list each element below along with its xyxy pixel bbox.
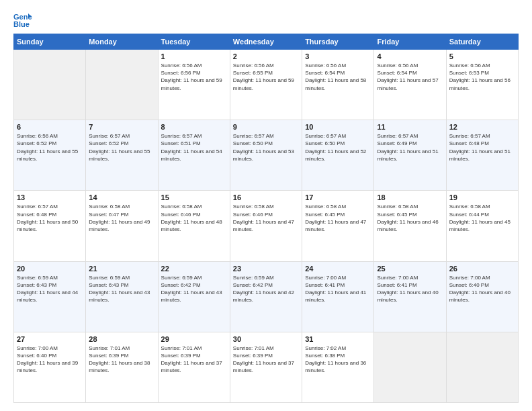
calendar-cell (446, 332, 518, 402)
day-number: 9 (233, 123, 299, 131)
day-info: Sunrise: 6:58 AM Sunset: 6:46 PM Dayligh… (161, 203, 227, 233)
day-info: Sunrise: 6:57 AM Sunset: 6:49 PM Dayligh… (377, 132, 443, 163)
day-number: 31 (305, 335, 371, 343)
calendar-cell: 3Sunrise: 6:56 AM Sunset: 6:54 PM Daylig… (302, 50, 374, 120)
day-number: 2 (233, 52, 299, 60)
day-info: Sunrise: 6:57 AM Sunset: 6:48 PM Dayligh… (449, 132, 515, 163)
day-info: Sunrise: 6:59 AM Sunset: 6:43 PM Dayligh… (89, 274, 154, 304)
calendar-cell: 22Sunrise: 6:59 AM Sunset: 6:42 PM Dayli… (158, 261, 230, 332)
day-number: 18 (377, 193, 443, 201)
day-number: 13 (17, 193, 83, 201)
day-info: Sunrise: 6:59 AM Sunset: 6:42 PM Dayligh… (161, 274, 227, 304)
week-row-1: 1Sunrise: 6:56 AM Sunset: 6:56 PM Daylig… (14, 50, 519, 120)
calendar-cell: 24Sunrise: 7:00 AM Sunset: 6:41 PM Dayli… (302, 261, 374, 332)
calendar-cell: 4Sunrise: 6:56 AM Sunset: 6:54 PM Daylig… (374, 50, 446, 120)
calendar-cell: 26Sunrise: 7:00 AM Sunset: 6:40 PM Dayli… (446, 261, 518, 332)
day-info: Sunrise: 6:56 AM Sunset: 6:56 PM Dayligh… (161, 62, 227, 92)
day-info: Sunrise: 7:00 AM Sunset: 6:40 PM Dayligh… (17, 345, 83, 375)
calendar-cell: 9Sunrise: 6:57 AM Sunset: 6:50 PM Daylig… (230, 120, 302, 191)
weekday-saturday: Saturday (446, 34, 518, 50)
calendar-cell: 7Sunrise: 6:57 AM Sunset: 6:52 PM Daylig… (86, 120, 158, 191)
day-number: 23 (233, 265, 299, 273)
day-number: 8 (161, 123, 227, 131)
calendar-cell: 18Sunrise: 6:58 AM Sunset: 6:45 PM Dayli… (374, 191, 446, 261)
day-info: Sunrise: 6:56 AM Sunset: 6:55 PM Dayligh… (233, 62, 299, 92)
calendar-cell: 11Sunrise: 6:57 AM Sunset: 6:49 PM Dayli… (374, 120, 446, 191)
calendar-cell: 6Sunrise: 6:56 AM Sunset: 6:52 PM Daylig… (14, 120, 86, 191)
day-info: Sunrise: 7:00 AM Sunset: 6:41 PM Dayligh… (305, 274, 371, 304)
day-number: 21 (89, 265, 154, 273)
calendar-cell: 17Sunrise: 6:58 AM Sunset: 6:45 PM Dayli… (302, 191, 374, 261)
week-row-4: 20Sunrise: 6:59 AM Sunset: 6:43 PM Dayli… (14, 261, 519, 332)
calendar-cell: 20Sunrise: 6:59 AM Sunset: 6:43 PM Dayli… (14, 261, 86, 332)
calendar-cell: 23Sunrise: 6:59 AM Sunset: 6:42 PM Dayli… (230, 261, 302, 332)
calendar-cell: 31Sunrise: 7:02 AM Sunset: 6:38 PM Dayli… (302, 332, 374, 402)
header: General Blue (13, 12, 519, 28)
day-info: Sunrise: 6:58 AM Sunset: 6:45 PM Dayligh… (377, 203, 443, 233)
calendar-cell: 16Sunrise: 6:58 AM Sunset: 6:46 PM Dayli… (230, 191, 302, 261)
calendar-cell: 8Sunrise: 6:57 AM Sunset: 6:51 PM Daylig… (158, 120, 230, 191)
svg-text:Blue: Blue (13, 20, 30, 28)
day-info: Sunrise: 7:01 AM Sunset: 6:39 PM Dayligh… (89, 345, 154, 375)
weekday-thursday: Thursday (302, 34, 374, 50)
calendar-cell: 21Sunrise: 6:59 AM Sunset: 6:43 PM Dayli… (86, 261, 158, 332)
calendar-cell: 25Sunrise: 7:00 AM Sunset: 6:41 PM Dayli… (374, 261, 446, 332)
logo-icon: General Blue (13, 12, 32, 28)
day-info: Sunrise: 6:57 AM Sunset: 6:50 PM Dayligh… (305, 132, 371, 163)
day-info: Sunrise: 6:58 AM Sunset: 6:44 PM Dayligh… (449, 203, 515, 233)
day-number: 24 (305, 265, 371, 273)
calendar-cell: 14Sunrise: 6:58 AM Sunset: 6:47 PM Dayli… (86, 191, 158, 261)
day-number: 22 (161, 265, 227, 273)
calendar-cell: 12Sunrise: 6:57 AM Sunset: 6:48 PM Dayli… (446, 120, 518, 191)
day-number: 29 (161, 335, 227, 343)
day-number: 6 (17, 123, 83, 131)
calendar-cell: 28Sunrise: 7:01 AM Sunset: 6:39 PM Dayli… (86, 332, 158, 402)
day-number: 26 (449, 265, 515, 273)
day-number: 20 (17, 265, 83, 273)
day-info: Sunrise: 6:57 AM Sunset: 6:51 PM Dayligh… (161, 132, 227, 163)
week-row-5: 27Sunrise: 7:00 AM Sunset: 6:40 PM Dayli… (14, 332, 519, 402)
calendar-cell (374, 332, 446, 402)
day-info: Sunrise: 7:00 AM Sunset: 6:41 PM Dayligh… (377, 274, 443, 304)
week-row-2: 6Sunrise: 6:56 AM Sunset: 6:52 PM Daylig… (14, 120, 519, 191)
day-info: Sunrise: 6:56 AM Sunset: 6:52 PM Dayligh… (17, 132, 83, 163)
day-number: 7 (89, 123, 154, 131)
day-info: Sunrise: 6:58 AM Sunset: 6:45 PM Dayligh… (305, 203, 371, 233)
calendar-cell (14, 50, 86, 120)
logo: General Blue (13, 12, 35, 28)
day-info: Sunrise: 6:57 AM Sunset: 6:50 PM Dayligh… (233, 132, 299, 163)
day-number: 28 (89, 335, 154, 343)
day-number: 14 (89, 193, 154, 201)
day-info: Sunrise: 7:02 AM Sunset: 6:38 PM Dayligh… (305, 345, 371, 375)
weekday-tuesday: Tuesday (158, 34, 230, 50)
day-number: 12 (449, 123, 515, 131)
calendar-cell: 29Sunrise: 7:01 AM Sunset: 6:39 PM Dayli… (158, 332, 230, 402)
calendar-cell: 27Sunrise: 7:00 AM Sunset: 6:40 PM Dayli… (14, 332, 86, 402)
calendar-cell: 15Sunrise: 6:58 AM Sunset: 6:46 PM Dayli… (158, 191, 230, 261)
day-number: 17 (305, 193, 371, 201)
day-number: 4 (377, 52, 443, 60)
calendar-cell: 19Sunrise: 6:58 AM Sunset: 6:44 PM Dayli… (446, 191, 518, 261)
weekday-friday: Friday (374, 34, 446, 50)
weekday-monday: Monday (86, 34, 158, 50)
day-number: 1 (161, 52, 227, 60)
day-number: 19 (449, 193, 515, 201)
calendar-cell: 5Sunrise: 6:56 AM Sunset: 6:53 PM Daylig… (446, 50, 518, 120)
day-info: Sunrise: 7:01 AM Sunset: 6:39 PM Dayligh… (161, 345, 227, 375)
day-info: Sunrise: 6:57 AM Sunset: 6:52 PM Dayligh… (89, 132, 154, 163)
day-info: Sunrise: 6:58 AM Sunset: 6:46 PM Dayligh… (233, 203, 299, 233)
day-number: 25 (377, 265, 443, 273)
day-info: Sunrise: 6:59 AM Sunset: 6:42 PM Dayligh… (233, 274, 299, 304)
day-info: Sunrise: 6:57 AM Sunset: 6:48 PM Dayligh… (17, 203, 83, 233)
calendar-cell (86, 50, 158, 120)
calendar-cell: 2Sunrise: 6:56 AM Sunset: 6:55 PM Daylig… (230, 50, 302, 120)
day-info: Sunrise: 6:59 AM Sunset: 6:43 PM Dayligh… (17, 274, 83, 304)
day-info: Sunrise: 6:56 AM Sunset: 6:54 PM Dayligh… (305, 62, 371, 92)
day-info: Sunrise: 6:56 AM Sunset: 6:54 PM Dayligh… (377, 62, 443, 92)
calendar-cell: 10Sunrise: 6:57 AM Sunset: 6:50 PM Dayli… (302, 120, 374, 191)
calendar-cell: 1Sunrise: 6:56 AM Sunset: 6:56 PM Daylig… (158, 50, 230, 120)
day-info: Sunrise: 6:56 AM Sunset: 6:53 PM Dayligh… (449, 62, 515, 92)
calendar-cell: 13Sunrise: 6:57 AM Sunset: 6:48 PM Dayli… (14, 191, 86, 261)
day-number: 16 (233, 193, 299, 201)
day-info: Sunrise: 6:58 AM Sunset: 6:47 PM Dayligh… (89, 203, 154, 233)
